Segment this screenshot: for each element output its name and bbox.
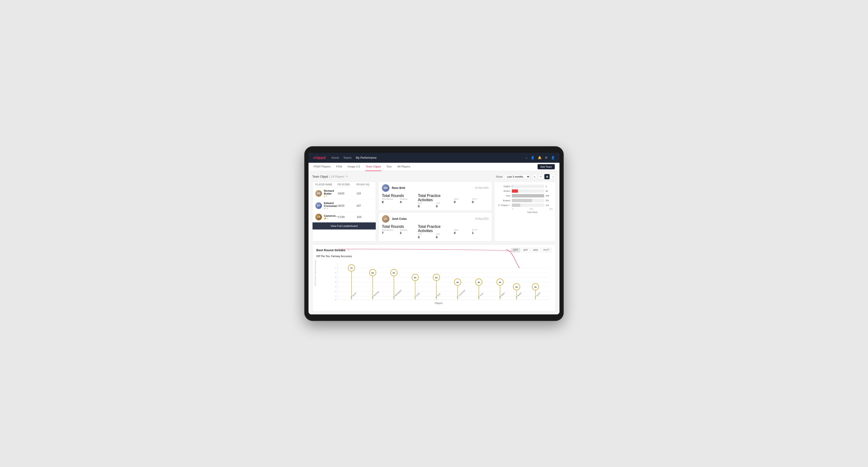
svg-text:5x: 5x [414,276,416,279]
list-view-btn[interactable]: ≡ [538,174,544,179]
bell-icon[interactable]: 🔔 [538,156,541,159]
edit-icon[interactable]: ✎ [346,175,348,178]
svg-text:4x: 4x [456,281,459,283]
bar-label: Eagles [497,185,510,187]
avatar: RB [315,190,322,197]
card-player-name[interactable]: Rees Britt [392,186,405,190]
heart-icon: ♥ [324,195,325,198]
bar-fill [512,204,520,207]
tournament-label: Tournament [382,229,398,231]
nav-bar: clippd Home Teams My Performance ⌕ 👤 🔔 ⚙… [309,153,559,163]
sub-nav: PGAT Players PGA Hcaps 1-5 Team Clippd T… [309,163,559,171]
card-top: JC Josh Coles 26 Aug 2023 [382,215,489,223]
arg-label: ARG [454,229,470,231]
bar-chart: Eagles 3 Birdies 96 [497,185,553,207]
view-leaderboard-button[interactable]: View Full Leaderboard [312,222,376,229]
streaks-filter: OTT APP ARG PUTT [511,248,552,252]
svg-text:3x: 3x [534,286,536,288]
bar-fill [512,185,512,188]
grid-view-btn[interactable]: ⊾ [532,174,537,179]
streaks-title: Best Round Streaks ← [316,248,351,252]
card-player-name[interactable]: Josh Coles [392,217,407,220]
app-label: APP [436,202,453,205]
user-icon[interactable]: 👤 [531,156,534,159]
leaderboard-panel: PLAYER NAME PB SCORE PB AVG SQ RB Richar… [312,182,376,242]
filter-ott[interactable]: OTT [511,248,520,252]
nav-teams[interactable]: Teams [343,155,351,160]
subnav-all-players[interactable]: All Players [397,162,411,171]
avatar-icon[interactable]: 👤 [551,156,555,159]
bar-row: Pars 499 [497,194,553,197]
player-name[interactable]: Edward Crossman [324,201,338,207]
pb-avg: 107 [356,204,373,207]
practice-val: 4 [400,200,416,204]
badge-rank: 1 [326,195,327,197]
practice-activities-group: Total Practice Activities OTT 0 APP 0 [418,194,453,208]
putt-stat: PUTT 1 [472,229,489,235]
filter-app[interactable]: APP [521,248,530,252]
svg-text:2: 2 [335,290,336,292]
settings-icon[interactable]: ⚙ [545,156,548,159]
putt-stat: PUTT 0 [472,198,489,204]
total-rounds-label: Total Rounds [382,224,404,228]
practice-stat: Practice 4 [400,198,416,204]
app-val: 0 [436,236,453,239]
player-name[interactable]: Richard Butler [324,189,338,195]
svg-text:R. Britt: R. Britt [435,293,441,299]
svg-text:6: 6 [335,272,336,274]
player-name[interactable]: Cameron... [324,214,338,217]
pb-score: 18/20 [338,204,356,207]
pb-score: 19/20 [338,192,356,195]
x-axis-label: Players [331,302,547,305]
main-content: Team Clippd | 14 Players ✎ Show Last 3 m… [309,171,559,314]
svg-text:D. Billingham: D. Billingham [393,289,402,299]
subnav-hcaps[interactable]: Hcaps 1-5 [347,162,361,171]
avatar-image: RB [315,190,322,197]
tournament-val: 7 [382,231,398,235]
player-badge: 🔥 3 [324,217,338,220]
subnav-team-clippd[interactable]: Team Clippd [365,162,381,171]
nav-home[interactable]: Home [331,155,339,160]
card-view-btn[interactable]: ▦ [545,174,550,179]
filter-putt[interactable]: PUTT [541,248,552,252]
svg-text:M. Miller: M. Miller [499,292,505,299]
player-name-col: Edward Crossman ⛨ 2 [324,201,338,210]
subtitle-light: Fairway Accuracy [331,255,352,257]
bar-fill [512,189,518,193]
tournament-stat: Tournament 8 [382,198,398,204]
activities-row: OTT 0 APP 0 [418,233,453,239]
show-controls: Show Last 3 months Last 6 months Last 12… [496,174,556,179]
ott-label: OTT [418,202,434,205]
x-axis-label: Total Shots [497,211,553,214]
app-val: 0 [436,205,453,208]
subnav-pga[interactable]: PGA [336,162,342,171]
card-top: RB Rees Britt 02 Sep 2023 [382,184,489,192]
add-team-button[interactable]: Add Team [537,164,555,169]
svg-text:E. Crossman: E. Crossman [456,289,466,299]
subnav-pgat[interactable]: PGAT Players [313,162,331,171]
bar-track [512,199,544,202]
subnav-tour[interactable]: Tour [386,162,392,171]
streaks-header: Best Round Streaks ← OTT APP ARG PUTT [316,248,552,252]
table-view-btn[interactable]: ⊥ [551,174,556,179]
search-icon[interactable]: ⌕ [526,156,527,159]
arg-putt-group: ARG 0 PUTT 1 [454,224,489,239]
team-header: Team Clippd | 14 Players ✎ Show Last 3 m… [312,174,556,179]
app-stat: APP 0 [436,202,453,208]
svg-text:D. Ford: D. Ford [478,292,484,299]
practice-val: 2 [400,231,416,235]
svg-text:6x: 6x [371,272,374,274]
nav-my-performance[interactable]: My Performance [356,155,376,160]
practice-label: Practice [400,198,416,200]
spacer-label [454,194,455,198]
player-card: JC Josh Coles 26 Aug 2023 Total Rounds T… [378,213,492,242]
filter-arg[interactable]: ARG [531,248,540,252]
bar-label: Birdies [497,190,510,192]
bar-value: 131 [546,204,553,206]
avatar-image: EC [315,203,322,209]
svg-text:6x: 6x [393,272,395,274]
svg-text:3x: 3x [516,286,518,288]
bubble-svg: 7 6 5 4 3 2 1 0 7x E. Ewert [331,263,556,301]
player-info: CA Cameron... 🔥 3 [315,214,338,220]
period-select[interactable]: Last 3 months Last 6 months Last 12 mont… [504,174,530,179]
